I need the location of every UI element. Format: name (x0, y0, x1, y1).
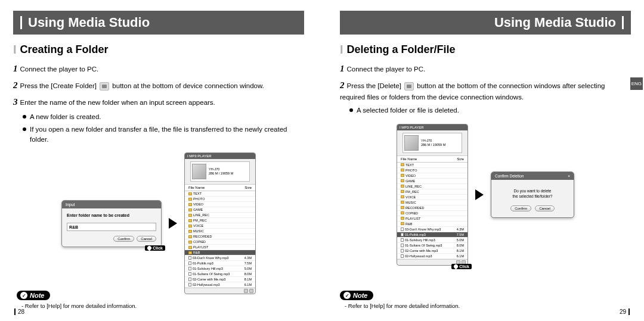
folder-row[interactable]: RECORDED (185, 234, 255, 239)
note-badge: Note (17, 291, 50, 300)
confirm-button[interactable]: Confirm (510, 205, 531, 211)
column-headers: File NameSize (185, 184, 255, 191)
panel-title: I MP3 PLAYER (397, 124, 467, 130)
folder-row[interactable]: GAME (185, 207, 255, 213)
step-2-text-a: Press the [Create Folder] (20, 82, 99, 89)
confirm-dialog-title: Confirm Deletion × (491, 172, 574, 180)
input-dialog-label: Enter folder name to be created (67, 213, 156, 217)
section-pipe: I (340, 43, 343, 57)
confirm-button[interactable]: Confirm (113, 236, 134, 242)
folder-row[interactable]: MUSIC (397, 200, 467, 205)
step-2-text-a: Press the [Delete] (347, 82, 404, 89)
device-name: YH-J70 (209, 167, 233, 172)
folder-row[interactable]: VIDEO (397, 173, 467, 179)
cancel-button[interactable]: Cancel (535, 205, 555, 211)
page-number-left: 28 (14, 308, 24, 315)
page-right: Using Media Studio I Deleting a Folder/F… (322, 0, 644, 321)
input-dialog-wrap: Input Enter folder name to be created Co… (61, 200, 162, 248)
step-1: 1Connect the player to PC. (340, 63, 631, 76)
device-size: 286 M / 19059 M (209, 172, 233, 176)
page-number-right: 29 (620, 308, 630, 315)
section-title-right: I Deleting a Folder/File (340, 43, 631, 57)
folder-row[interactable]: GAME (397, 179, 467, 184)
selected-folder-row[interactable]: R&B (185, 250, 255, 255)
confirm-dialog: Confirm Deletion × Do you want to delete… (491, 172, 574, 219)
bullet-1: A selected folder or file is deleted. (349, 105, 631, 116)
folder-row[interactable]: VOICE (397, 195, 467, 200)
diagram-right: I MP3 PLAYER YH-J70 286 M / 19059 M File… (340, 124, 631, 266)
device-icon (192, 164, 206, 179)
delete-icon (404, 82, 414, 91)
folder-row[interactable]: RECORDED (397, 205, 467, 211)
device-panel-right: I MP3 PLAYER YH-J70 286 M / 19059 M File… (397, 124, 468, 266)
column-headers: File NameSize (397, 155, 467, 163)
folder-row[interactable]: FM_REC (185, 218, 255, 223)
file-row[interactable]: 03-Don't Know Why.mp34.3M (397, 227, 467, 232)
device-box: YH-J70 286 M / 19059 M (190, 161, 250, 182)
step-3-text: Enter the name of the new folder when an… (20, 99, 215, 106)
note-block-left: Note - Refer to [Help] for more detailed… (17, 289, 137, 310)
file-row[interactable]: 02-Come with Me.mp38.1M (185, 277, 255, 282)
diagram-left: Input Enter folder name to be created Co… (13, 152, 304, 294)
file-row[interactable]: 01-Solsbury Hill.mp35.0M (397, 238, 467, 243)
confirm-dialog-text: Do you want to delete the selected file/… (496, 188, 569, 200)
toolbar-icon[interactable] (249, 289, 253, 293)
folder-row[interactable]: COPIED (397, 211, 467, 216)
header-bar-left: Using Media Studio (13, 11, 304, 35)
folder-row[interactable]: VIDEO (185, 202, 255, 207)
step-1-text: Connect the player to PC. (347, 66, 426, 73)
step-2: 2Press the [Delete] button at the bottom… (340, 79, 631, 102)
panel-title: I MP3 PLAYER (185, 153, 255, 159)
section-title-text: Creating a Folder (20, 43, 109, 56)
file-row[interactable]: 01-Politik.mp37.5M (397, 232, 467, 238)
file-row[interactable]: 02-Come with Me.mp38.1M (397, 248, 467, 254)
folder-row[interactable]: TEXT (185, 191, 255, 197)
section-title-left: I Creating a Folder (13, 43, 304, 57)
header-ornament (20, 16, 22, 29)
folder-row[interactable]: PLAYLIST (185, 245, 255, 250)
page-left: Using Media Studio I Creating a Folder 1… (0, 0, 322, 321)
file-row[interactable]: 01-Politik.mp37.5M (185, 261, 255, 266)
file-row[interactable]: 02-Hollywood.mp36.1M (185, 282, 255, 288)
step-3: 3Enter the name of the new folder when a… (13, 96, 304, 109)
header-ornament (622, 16, 624, 29)
step-1-text: Connect the player to PC. (20, 66, 99, 73)
close-icon[interactable]: × (568, 174, 570, 178)
folder-row[interactable]: LINE_REC (185, 213, 255, 218)
folder-row[interactable]: PHOTO (185, 197, 255, 202)
file-row[interactable]: 02-Hollywood.mp36.1M (397, 254, 467, 259)
bullet-1: A new folder is created. (23, 112, 304, 122)
section-pipe: I (13, 43, 17, 57)
folder-row[interactable]: LINE_REC (397, 184, 467, 189)
folder-row[interactable]: MUSIC (185, 229, 255, 234)
file-row[interactable]: 01-Sultans Of Swing.mp38.0M (185, 272, 255, 277)
header-title: Using Media Studio (494, 15, 616, 30)
device-panel-wrap: I MP3 PLAYER YH-J70 286 M / 19059 M File… (397, 124, 468, 266)
folder-row[interactable]: PLAYLIST (397, 216, 467, 222)
language-tab: ENG (630, 77, 643, 90)
input-dialog: Input Enter folder name to be created Co… (61, 200, 162, 248)
note-text: - Refer to [Help] for more detailed info… (21, 303, 137, 309)
file-row[interactable]: 03-Don't Know Why.mp34.3M (185, 255, 255, 261)
folder-row[interactable]: R&B (397, 222, 467, 227)
section-title-text: Deleting a Folder/File (347, 43, 456, 56)
bullet-2: If you open a new folder and transfer a … (23, 124, 304, 144)
input-dialog-title: Input (62, 201, 161, 208)
click-callout: Click (451, 264, 472, 269)
folder-row[interactable]: FM_REC (397, 189, 467, 195)
arrow-icon (169, 218, 177, 229)
folder-row[interactable]: TEXT (397, 163, 467, 168)
file-row[interactable]: 01-Solsbury Hill.mp35.0M (185, 266, 255, 272)
folder-name-input[interactable] (67, 223, 156, 231)
click-callout: Click (145, 245, 165, 251)
file-row[interactable]: 01-Sultans Of Swing.mp38.0M (397, 243, 467, 248)
device-icon (404, 135, 419, 151)
toolbar-icon[interactable] (244, 289, 248, 293)
folder-row[interactable]: VOICE (185, 223, 255, 229)
note-block-right: Note - Refer to [Help] for more detailed… (340, 289, 460, 310)
folder-row[interactable]: COPIED (185, 239, 255, 245)
cancel-button[interactable]: Cancel (137, 236, 156, 242)
arrow-icon (475, 189, 484, 200)
folder-row[interactable]: PHOTO (397, 168, 467, 173)
panel-toolbar (185, 288, 255, 294)
